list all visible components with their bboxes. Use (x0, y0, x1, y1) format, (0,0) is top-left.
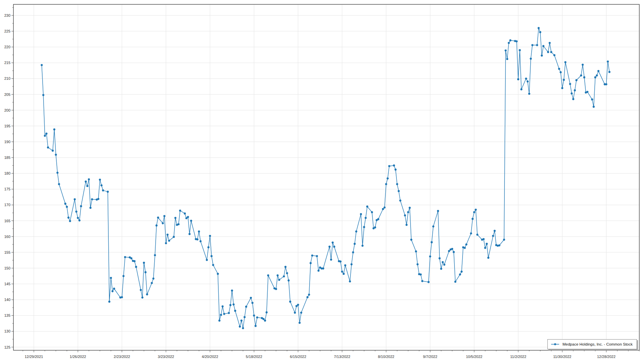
data-point (492, 235, 494, 237)
data-point (154, 254, 156, 256)
data-point (113, 288, 115, 290)
data-point (520, 88, 522, 90)
data-point (91, 198, 93, 200)
data-point (318, 269, 320, 272)
data-point (177, 223, 179, 225)
data-point (88, 178, 90, 180)
y-tick-label: 165 (4, 219, 10, 223)
data-point (398, 190, 400, 192)
data-point (586, 91, 588, 93)
x-tick-label: 2/23/2022 (114, 355, 130, 359)
data-point (365, 217, 367, 219)
data-point (211, 255, 213, 257)
chart-legend[interactable]: Medpace Holdings, Inc. - Common Stock (547, 339, 637, 349)
data-point (107, 191, 109, 193)
data-point (516, 40, 518, 42)
data-point (97, 198, 99, 200)
data-point (135, 266, 137, 268)
data-point (349, 280, 351, 282)
data-point (174, 217, 176, 219)
data-point (275, 288, 277, 290)
data-point (162, 222, 164, 224)
data-point (461, 270, 463, 273)
data-point (437, 210, 439, 212)
data-point (299, 322, 301, 324)
data-point (85, 181, 87, 183)
data-point (217, 273, 219, 275)
data-point (121, 296, 123, 298)
data-point (525, 77, 527, 79)
data-point (151, 282, 153, 284)
data-point (582, 64, 584, 66)
data-point (363, 226, 365, 228)
data-point (255, 325, 257, 327)
data-point (44, 135, 46, 137)
data-point (297, 304, 299, 306)
data-point (560, 71, 562, 73)
data-point (574, 89, 576, 91)
data-point (486, 243, 488, 245)
data-point (420, 274, 422, 276)
y-tick-label: 135 (4, 313, 10, 317)
data-point (605, 83, 607, 85)
data-point (607, 61, 609, 63)
data-point (157, 217, 159, 219)
data-point (222, 305, 224, 307)
data-point (47, 146, 49, 148)
x-tick-label: 11/30/2022 (553, 355, 571, 359)
data-point (439, 257, 441, 259)
data-point (41, 64, 43, 66)
y-tick-label: 195 (4, 124, 10, 128)
data-point (130, 257, 132, 259)
y-tick-label: 170 (4, 203, 10, 207)
data-point (283, 275, 285, 277)
x-tick-label: 9/7/2022 (423, 355, 437, 359)
y-tick-label: 150 (4, 266, 10, 270)
data-point (252, 302, 254, 304)
data-point (470, 232, 472, 234)
y-tick-label: 130 (4, 329, 10, 333)
x-tick-label: 7/13/2022 (334, 355, 350, 359)
data-point (406, 224, 408, 226)
data-point (206, 259, 208, 261)
data-point (207, 246, 209, 248)
data-point (277, 275, 279, 277)
data-point (454, 281, 456, 283)
data-point (124, 256, 126, 258)
data-point (294, 312, 296, 314)
data-point (394, 169, 396, 171)
data-point (448, 250, 450, 252)
data-point (509, 39, 511, 41)
data-point (571, 93, 573, 95)
data-point (184, 213, 186, 215)
data-point (531, 44, 533, 46)
data-point (410, 239, 412, 241)
data-point (168, 240, 170, 242)
data-point (440, 268, 442, 270)
data-point (504, 50, 506, 52)
data-point (547, 51, 549, 53)
data-point (278, 279, 280, 281)
data-point (266, 311, 268, 313)
stock-price-chart[interactable]: 1251301351401451501551601651701751801851… (0, 0, 644, 362)
data-point (360, 213, 362, 215)
data-point (388, 165, 390, 167)
data-point (409, 207, 411, 209)
data-point (102, 189, 104, 191)
data-point (550, 51, 552, 53)
data-point (53, 128, 55, 130)
data-point (286, 272, 288, 274)
data-point (339, 260, 341, 262)
data-point (311, 254, 313, 256)
data-point (443, 264, 445, 266)
data-point (341, 270, 343, 273)
y-tick-label: 145 (4, 282, 10, 286)
series-line (42, 28, 609, 328)
data-point (55, 154, 57, 156)
data-point (69, 220, 71, 222)
data-point (569, 83, 571, 85)
data-point (228, 312, 230, 314)
data-point (99, 179, 101, 181)
data-point (385, 183, 387, 185)
data-point (166, 234, 168, 236)
